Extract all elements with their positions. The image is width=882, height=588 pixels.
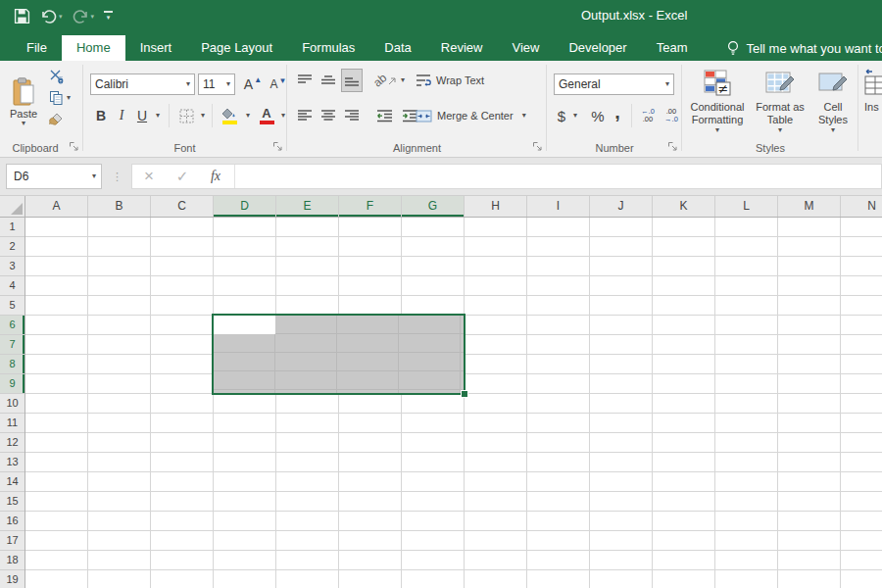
row-header-15[interactable]: 15: [0, 492, 24, 512]
column-header-B[interactable]: B: [88, 196, 151, 217]
wrap-text-button[interactable]: Wrap Text: [416, 69, 484, 92]
tab-insert[interactable]: Insert: [125, 35, 187, 61]
row-header-7[interactable]: 7: [0, 335, 24, 355]
save-icon[interactable]: [14, 8, 30, 24]
column-header-I[interactable]: I: [527, 196, 590, 217]
row-header-16[interactable]: 16: [0, 512, 24, 531]
font-size-combo[interactable]: 11 ▾: [198, 74, 235, 95]
active-cell[interactable]: [214, 316, 275, 334]
decrease-indent-button[interactable]: [372, 104, 396, 127]
redo-dropdown-icon[interactable]: ▾: [91, 13, 95, 20]
accounting-dropdown-icon[interactable]: ▾: [570, 104, 580, 127]
row-header-5[interactable]: 5: [0, 296, 24, 316]
font-dialog-launcher-icon[interactable]: [272, 141, 283, 152]
row-header-2[interactable]: 2: [0, 237, 24, 257]
column-header-F[interactable]: F: [339, 196, 402, 217]
format-as-table-button[interactable]: Format as Table ▾: [753, 65, 808, 135]
column-header-G[interactable]: G: [402, 196, 465, 217]
row-header-19[interactable]: 19: [0, 570, 24, 588]
tab-view[interactable]: View: [497, 35, 554, 61]
decrease-decimal-button[interactable]: .00 →.0: [661, 104, 682, 127]
row-header-10[interactable]: 10: [0, 394, 24, 414]
conditional-formatting-dropdown-icon[interactable]: ▾: [715, 126, 719, 134]
undo-button[interactable]: ▾: [40, 9, 63, 24]
redo-button[interactable]: ▾: [73, 9, 95, 24]
number-dialog-launcher-icon[interactable]: [667, 141, 678, 152]
row-header-8[interactable]: 8: [0, 355, 24, 374]
tab-developer[interactable]: Developer: [554, 35, 641, 61]
row-header-17[interactable]: 17: [0, 531, 24, 551]
row-header-18[interactable]: 18: [0, 551, 24, 570]
paste-button[interactable]: Paste ▾: [4, 65, 43, 139]
row-header-11[interactable]: 11: [0, 414, 24, 433]
row-header-14[interactable]: 14: [0, 472, 24, 492]
cell-styles-button[interactable]: Cell Styles ▾: [809, 65, 857, 135]
fill-handle[interactable]: [461, 390, 468, 398]
italic-button[interactable]: I: [114, 104, 129, 127]
column-header-D[interactable]: D: [214, 196, 276, 217]
name-box-dropdown-icon[interactable]: ▾: [92, 172, 96, 180]
tell-me-box[interactable]: Tell me what you want to do: [727, 35, 882, 61]
accounting-format-button[interactable]: $: [554, 104, 569, 127]
underline-button[interactable]: U: [133, 104, 151, 127]
tab-review[interactable]: Review: [426, 35, 498, 61]
row-header-12[interactable]: 12: [0, 433, 24, 453]
tab-data[interactable]: Data: [369, 35, 425, 61]
merge-center-dropdown-icon[interactable]: ▾: [522, 112, 526, 120]
enter-button[interactable]: ✓: [166, 168, 199, 185]
middle-align-button[interactable]: [318, 69, 339, 92]
alignment-dialog-launcher-icon[interactable]: [532, 141, 543, 152]
column-header-L[interactable]: L: [715, 196, 778, 217]
borders-dropdown-icon[interactable]: ▾: [198, 104, 208, 127]
bottom-align-button[interactable]: [341, 69, 363, 92]
align-center-button[interactable]: [318, 104, 339, 127]
select-all-button[interactable]: [0, 196, 25, 218]
formula-input[interactable]: [237, 165, 881, 188]
increase-font-size-button[interactable]: A▲: [241, 74, 265, 95]
font-color-button[interactable]: A: [255, 104, 278, 127]
tab-formulas[interactable]: Formulas: [287, 35, 369, 61]
increase-decimal-button[interactable]: ←.0 .00: [637, 104, 659, 127]
align-right-button[interactable]: [341, 104, 363, 127]
tab-page-layout[interactable]: Page Layout: [186, 35, 287, 61]
orientation-button[interactable]: ab: [372, 69, 398, 92]
align-left-button[interactable]: [294, 104, 316, 127]
orientation-dropdown-icon[interactable]: ▾: [398, 69, 408, 92]
paste-dropdown-icon[interactable]: ▾: [22, 120, 25, 127]
copy-button[interactable]: ▾: [43, 88, 76, 108]
bold-button[interactable]: B: [90, 104, 112, 127]
tab-team[interactable]: Team: [642, 35, 703, 61]
row-header-9[interactable]: 9: [0, 374, 24, 394]
clipboard-dialog-launcher-icon[interactable]: [69, 141, 79, 152]
merge-center-button[interactable]: Merge & Center ▾: [416, 104, 526, 127]
column-header-A[interactable]: A: [25, 196, 88, 217]
column-header-M[interactable]: M: [778, 196, 841, 217]
tab-home[interactable]: Home: [62, 35, 125, 61]
cut-button[interactable]: [45, 67, 67, 86]
selection-box[interactable]: [212, 314, 466, 395]
comma-style-button[interactable]: ,: [612, 104, 623, 127]
column-header-J[interactable]: J: [590, 196, 653, 217]
top-align-button[interactable]: [294, 69, 316, 92]
row-header-4[interactable]: 4: [0, 276, 24, 296]
insert-cells-button[interactable]: Ins: [864, 65, 882, 135]
name-box[interactable]: D6 ▾: [6, 164, 102, 189]
font-family-combo[interactable]: Calibri ▾: [90, 74, 195, 95]
undo-dropdown-icon[interactable]: ▾: [59, 13, 63, 20]
column-header-H[interactable]: H: [465, 196, 527, 217]
row-header-1[interactable]: 1: [0, 218, 24, 237]
column-header-E[interactable]: E: [276, 196, 339, 217]
column-header-K[interactable]: K: [653, 196, 715, 217]
format-as-table-dropdown-icon[interactable]: ▾: [778, 126, 782, 134]
tab-file[interactable]: File: [12, 35, 62, 61]
copy-dropdown-icon[interactable]: ▾: [67, 94, 71, 102]
insert-function-button[interactable]: fx: [199, 169, 232, 184]
row-header-6[interactable]: 6: [0, 316, 24, 335]
column-header-C[interactable]: C: [151, 196, 214, 217]
font-size-dropdown-icon[interactable]: ▾: [226, 80, 230, 88]
cancel-button[interactable]: ×: [132, 167, 166, 186]
fill-color-dropdown-icon[interactable]: ▾: [243, 104, 253, 127]
underline-dropdown-icon[interactable]: ▾: [153, 104, 163, 127]
borders-button[interactable]: [174, 104, 198, 127]
customize-quick-access-icon[interactable]: ▾: [104, 11, 113, 21]
